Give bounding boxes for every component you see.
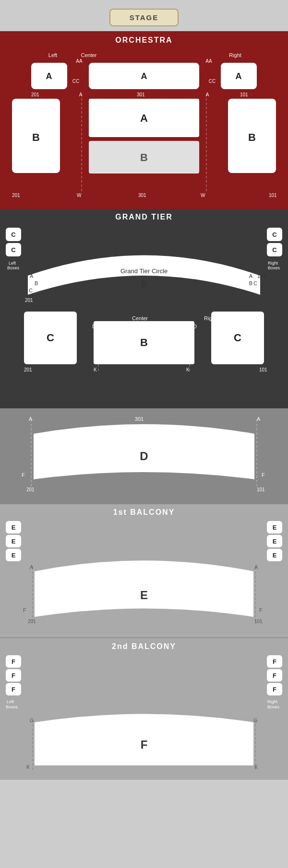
balcony2-title: 2nd BALCONY: [5, 642, 283, 651]
svg-text:D: D: [92, 324, 96, 329]
svg-text:301: 301: [137, 92, 145, 97]
svg-text:101: 101: [240, 92, 248, 97]
svg-text:A: A: [46, 71, 52, 81]
svg-text:A: A: [30, 564, 34, 570]
svg-text:Grand Tier Circle: Grand Tier Circle: [120, 267, 168, 275]
svg-text:B: B: [140, 336, 148, 348]
stage-area: STAGE: [0, 0, 288, 31]
svg-text:C: C: [29, 288, 33, 293]
svg-text:K: K: [186, 367, 190, 372]
svg-text:201: 201: [31, 92, 39, 97]
svg-text:B: B: [140, 151, 148, 163]
svg-text:B: B: [249, 280, 252, 286]
svg-text:B: B: [35, 280, 38, 286]
svg-text:F: F: [141, 738, 148, 751]
svg-text:F: F: [259, 607, 263, 613]
svg-text:301: 301: [138, 193, 146, 198]
balcony1-svg: E E E E E E A A Left Right E: [5, 519, 283, 631]
svg-text:Left: Left: [67, 315, 76, 321]
svg-text:Left: Left: [9, 261, 16, 266]
svg-text:F: F: [262, 472, 265, 478]
svg-text:A: A: [249, 273, 253, 279]
svg-text:K: K: [26, 764, 30, 770]
svg-text:Left: Left: [48, 52, 57, 58]
svg-text:A: A: [79, 92, 83, 97]
svg-text:D: D: [140, 450, 148, 463]
svg-text:B: B: [141, 280, 147, 289]
grand-tier-title: GRAND TIER: [5, 213, 283, 221]
svg-text:K: K: [254, 764, 258, 770]
svg-text:201: 201: [25, 298, 33, 303]
mezzanine-section: A A 301 MEZZANINE F F D 201 101: [0, 408, 288, 504]
svg-text:E: E: [12, 552, 16, 559]
svg-text:A: A: [236, 71, 242, 81]
svg-text:CC: CC: [209, 79, 216, 84]
svg-text:F: F: [22, 472, 25, 478]
svg-text:A: A: [254, 564, 258, 570]
svg-text:101: 101: [254, 619, 263, 624]
svg-text:K: K: [94, 367, 97, 372]
svg-text:W: W: [77, 193, 82, 198]
svg-text:B: B: [248, 131, 256, 143]
svg-text:C: C: [47, 332, 54, 344]
balcony1-section: 1st BALCONY E E E E E E A A Left Right: [0, 504, 288, 637]
orchestra-title: ORCHESTRA: [5, 36, 283, 45]
stage-label: STAGE: [109, 9, 179, 26]
svg-text:101: 101: [257, 273, 266, 279]
svg-text:G: G: [30, 718, 34, 723]
svg-text:E: E: [273, 538, 277, 545]
balcony2-svg: F F F Left Boxes F F F Right Boxes G G: [5, 653, 283, 773]
svg-text:W: W: [201, 193, 205, 198]
balcony1-title: 1st BALCONY: [5, 508, 283, 517]
grand-tier-svg: C C Left Boxes C C Right Boxes Grand Tie…: [5, 225, 283, 403]
svg-text:F: F: [273, 672, 276, 679]
svg-text:C: C: [11, 231, 16, 238]
svg-text:E: E: [273, 524, 277, 531]
svg-text:B: B: [32, 131, 40, 143]
svg-text:Boxes: Boxes: [7, 266, 20, 270]
svg-text:A: A: [140, 112, 148, 124]
svg-text:A: A: [29, 416, 33, 422]
svg-text:Center: Center: [132, 315, 148, 321]
svg-text:C: C: [234, 332, 241, 344]
svg-text:A: A: [141, 71, 147, 81]
svg-text:101: 101: [269, 193, 277, 198]
svg-text:Left: Left: [7, 699, 14, 704]
svg-text:F: F: [12, 686, 15, 693]
svg-text:C: C: [272, 231, 277, 238]
svg-text:F: F: [12, 658, 15, 665]
svg-text:201: 201: [26, 487, 35, 492]
svg-text:Right: Right: [229, 52, 241, 58]
svg-text:Right: Right: [204, 315, 216, 321]
svg-text:A: A: [30, 273, 34, 279]
svg-text:E: E: [12, 538, 16, 545]
svg-text:CC: CC: [72, 79, 79, 84]
svg-text:201: 201: [12, 193, 20, 198]
svg-text:C: C: [11, 246, 16, 254]
svg-text:AA: AA: [76, 58, 83, 64]
svg-text:Right: Right: [267, 699, 278, 704]
svg-text:F: F: [273, 686, 276, 693]
balcony2-section: 2nd BALCONY F F F Left Boxes F F F Right…: [0, 637, 288, 780]
svg-text:Boxes: Boxes: [268, 266, 280, 270]
svg-text:A: A: [257, 416, 261, 422]
svg-text:E: E: [140, 589, 148, 602]
svg-text:C: C: [272, 246, 277, 254]
mezzanine-svg: A A 301 MEZZANINE F F D 201 101: [5, 412, 283, 498]
svg-text:C: C: [253, 280, 257, 286]
svg-text:201: 201: [28, 619, 36, 624]
svg-text:201: 201: [24, 367, 32, 372]
orchestra-section: ORCHESTRA Left Center Right AA AA A 201 …: [0, 31, 288, 209]
grand-tier-section: GRAND TIER C C Left Boxes C C Right Boxe…: [0, 209, 288, 408]
orchestra-svg: Left Center Right AA AA A 201 CC CC A 30…: [5, 48, 283, 202]
svg-text:Right: Right: [268, 261, 278, 266]
svg-text:301: 301: [135, 416, 144, 422]
svg-text:E: E: [12, 524, 16, 531]
svg-text:101: 101: [259, 367, 267, 372]
svg-text:Center: Center: [81, 52, 96, 58]
svg-text:E: E: [273, 552, 277, 559]
svg-text:AA: AA: [205, 58, 212, 64]
svg-text:F: F: [273, 658, 276, 665]
svg-text:Boxes: Boxes: [6, 705, 18, 709]
svg-text:Boxes: Boxes: [267, 705, 280, 709]
